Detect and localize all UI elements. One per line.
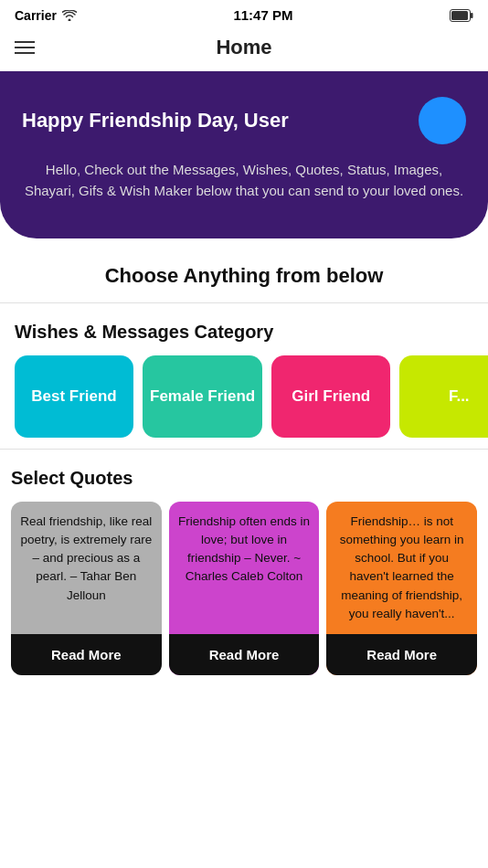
categories-section: Wishes & Messages Category Best FriendFe…	[0, 303, 488, 449]
category-item-3[interactable]: F...	[399, 355, 488, 438]
quote-text-0: Real friendship, like real poetry, is ex…	[11, 502, 162, 635]
quote-card-1: Friendship often ends in love; but love …	[169, 502, 320, 676]
category-item-2[interactable]: Girl Friend	[271, 355, 390, 438]
quotes-section: Select Quotes Real friendship, like real…	[0, 450, 488, 691]
quote-text-1: Friendship often ends in love; but love …	[169, 502, 320, 635]
carrier-label: Carrier	[15, 8, 57, 23]
menu-line-1	[15, 41, 35, 43]
quotes-grid: Real friendship, like real poetry, is ex…	[11, 502, 477, 676]
status-left: Carrier	[15, 8, 77, 23]
menu-button[interactable]	[15, 41, 35, 54]
quotes-title: Select Quotes	[11, 468, 477, 489]
quote-text-2: Friendship… is not something you learn i…	[326, 502, 477, 635]
avatar	[419, 97, 466, 144]
status-time: 11:47 PM	[233, 7, 292, 23]
choose-section-title: Choose Anything from below	[0, 238, 488, 302]
wifi-icon	[62, 10, 77, 21]
hero-section: Happy Friendship Day, User Hello, Check …	[0, 71, 488, 238]
read-more-button-0[interactable]: Read More	[11, 634, 162, 675]
quote-card-2: Friendship… is not something you learn i…	[326, 502, 477, 676]
read-more-button-2[interactable]: Read More	[326, 634, 477, 675]
menu-line-3	[15, 52, 35, 54]
svg-rect-2	[471, 13, 473, 18]
status-right	[450, 9, 473, 22]
menu-line-2	[15, 47, 35, 48]
page-title: Home	[216, 36, 271, 59]
quote-card-0: Real friendship, like real poetry, is ex…	[11, 502, 162, 676]
category-item-1[interactable]: Female Friend	[143, 355, 262, 438]
status-bar: Carrier 11:47 PM	[0, 0, 488, 26]
categories-title: Wishes & Messages Category	[15, 322, 488, 343]
hero-description: Hello, Check out the Messages, Wishes, Q…	[22, 159, 466, 202]
hero-greeting: Happy Friendship Day, User	[22, 109, 419, 132]
app-header: Home	[0, 26, 488, 71]
categories-scroll[interactable]: Best FriendFemale FriendGirl FriendF...	[15, 355, 488, 438]
category-item-0[interactable]: Best Friend	[15, 355, 133, 438]
battery-icon	[450, 9, 473, 22]
svg-rect-1	[451, 11, 468, 20]
hero-top: Happy Friendship Day, User	[22, 97, 466, 144]
read-more-button-1[interactable]: Read More	[169, 634, 320, 675]
